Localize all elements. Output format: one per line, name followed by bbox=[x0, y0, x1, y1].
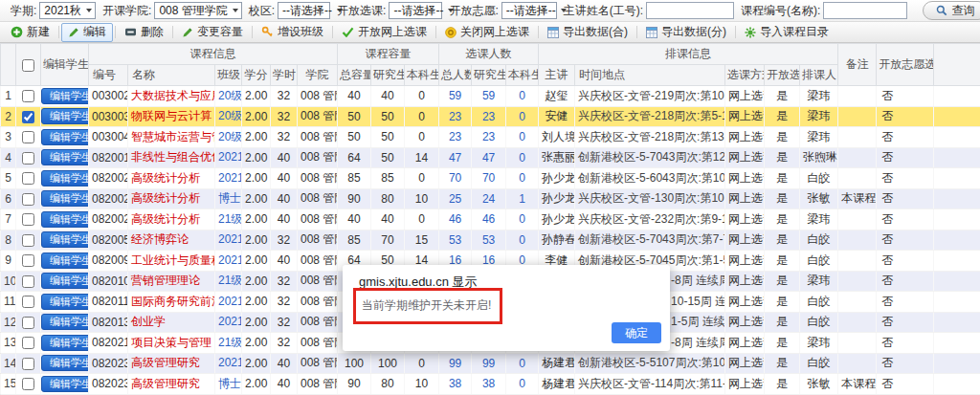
row-checkbox[interactable] bbox=[22, 358, 34, 370]
row-checkbox[interactable] bbox=[22, 193, 34, 206]
cell-open: 是 bbox=[765, 188, 800, 209]
import-catalog-button[interactable]: 导入课程目录 bbox=[738, 23, 835, 42]
cell-capacity-undergrad: 14 bbox=[405, 147, 439, 168]
row-checkbox[interactable] bbox=[22, 254, 34, 267]
course-input[interactable] bbox=[823, 2, 907, 19]
search-button[interactable]: 查询 bbox=[923, 1, 980, 20]
add-class-button[interactable]: 增设班级 bbox=[255, 23, 330, 42]
edit-button[interactable]: 编辑 bbox=[61, 23, 113, 42]
edit-students-button[interactable]: 编辑学生 bbox=[41, 231, 89, 248]
edit-students-button[interactable]: 编辑学生 bbox=[41, 211, 89, 228]
cell-remark bbox=[838, 292, 877, 313]
campus-select[interactable]: --请选择-- bbox=[278, 2, 330, 19]
export-data-combined-button[interactable]: 导出数据(合) bbox=[541, 23, 635, 42]
cell-enrolled-undergrad[interactable]: 0 bbox=[506, 147, 539, 168]
edit-students-button[interactable]: 编辑学生 bbox=[41, 355, 89, 371]
cell-credit: 2.00 bbox=[242, 374, 271, 395]
row-checkbox[interactable] bbox=[22, 152, 34, 165]
row-checkbox[interactable] bbox=[22, 213, 34, 226]
cell-enrolled-grad[interactable]: 24 bbox=[472, 188, 506, 209]
cell-enrolled-grad[interactable]: 23 bbox=[472, 127, 506, 148]
row-checkbox[interactable] bbox=[22, 317, 34, 329]
ok-button[interactable]: 确定 bbox=[612, 322, 661, 343]
row-checkbox[interactable] bbox=[22, 337, 34, 349]
cell-credit: 2.00 bbox=[242, 230, 271, 251]
cell-enrolled-undergrad[interactable]: 0 bbox=[506, 353, 539, 374]
cell-enrolled-undergrad[interactable]: 0 bbox=[506, 374, 539, 395]
edit-students-button[interactable]: 编辑学生 bbox=[41, 88, 89, 104]
select-all-checkbox[interactable] bbox=[22, 59, 34, 72]
cell-enrolled-grad[interactable]: 38 bbox=[472, 374, 506, 395]
edit-students-button[interactable]: 编辑学生 bbox=[41, 252, 89, 269]
cell-hours: 32 bbox=[271, 127, 298, 148]
cell-enrolled-total[interactable]: 25 bbox=[439, 188, 472, 209]
cell-enrolled-grad[interactable]: 70 bbox=[472, 168, 506, 189]
cell-enrolled-grad[interactable]: 46 bbox=[472, 209, 506, 230]
cell-course-name: 项目决策与管理 bbox=[128, 333, 215, 354]
row-checkbox[interactable] bbox=[22, 172, 34, 185]
change-capacity-button[interactable]: 变更容量 bbox=[175, 23, 250, 42]
cell-class: 2021级 bbox=[215, 230, 242, 251]
cell-enrolled-undergrad[interactable]: 0 bbox=[506, 127, 539, 148]
cell-spacer bbox=[934, 230, 980, 251]
cell-enrolled-grad[interactable]: 53 bbox=[472, 230, 506, 251]
row-checkbox[interactable] bbox=[22, 111, 34, 123]
row-checkbox[interactable] bbox=[22, 90, 34, 102]
open-course-value: --请选择-- bbox=[393, 3, 443, 19]
cell-capacity-total: 90 bbox=[338, 374, 371, 395]
row-checkbox[interactable] bbox=[22, 131, 34, 143]
edit-students-button[interactable]: 编辑学生 bbox=[41, 273, 89, 289]
cell-enrolled-undergrad[interactable]: 0 bbox=[506, 168, 539, 189]
cell-enrolled-total[interactable]: 53 bbox=[439, 230, 472, 251]
checkbox-cell bbox=[16, 209, 41, 230]
cell-spacer bbox=[934, 333, 980, 354]
toolbar-divider bbox=[332, 26, 333, 38]
cell-enrolled-total[interactable]: 46 bbox=[439, 209, 472, 230]
edit-students-button[interactable]: 编辑学生 bbox=[41, 376, 89, 392]
cell-enrolled-total[interactable]: 47 bbox=[439, 147, 472, 168]
row-checkbox[interactable] bbox=[22, 234, 34, 247]
cell-enrolled-total[interactable]: 23 bbox=[439, 106, 472, 127]
open-online-selection-button[interactable]: 开放网上选课 bbox=[335, 23, 434, 42]
cell-enrolled-undergrad[interactable]: 1 bbox=[506, 188, 539, 209]
edit-students-button[interactable]: 编辑学生 bbox=[41, 108, 89, 124]
cell-capacity-grad: 85 bbox=[371, 168, 405, 189]
row-checkbox[interactable] bbox=[22, 296, 34, 308]
delete-button[interactable]: 删除 bbox=[118, 23, 170, 42]
cell-enrolled-grad[interactable]: 47 bbox=[472, 147, 506, 168]
edit-students-button[interactable]: 编辑学生 bbox=[41, 129, 89, 145]
cell-enrolled-total[interactable]: 59 bbox=[439, 86, 472, 107]
edit-students-button[interactable]: 编辑学生 bbox=[41, 314, 89, 330]
table-header: 编辑学生 课程信息 课程容量 选课人数 排课信息 备注 开放志愿选课 编号 名称… bbox=[1, 44, 980, 86]
cell-enrolled-grad[interactable]: 59 bbox=[472, 86, 506, 107]
cell-enrolled-undergrad[interactable]: 0 bbox=[506, 86, 539, 107]
edit-students-button[interactable]: 编辑学生 bbox=[41, 149, 89, 165]
cell-enrolled-total[interactable]: 38 bbox=[439, 374, 472, 395]
cell-college: 008 管院 bbox=[298, 312, 338, 333]
cell-enrolled-total[interactable]: 23 bbox=[439, 127, 472, 148]
college-select[interactable]: 008 管理学院 bbox=[154, 2, 241, 19]
semester-select[interactable]: 2021秋 bbox=[39, 2, 96, 19]
row-checkbox[interactable] bbox=[22, 378, 34, 390]
cell-spacer bbox=[934, 86, 980, 107]
edit-students-button[interactable]: 编辑学生 bbox=[41, 294, 89, 310]
edit-students-button[interactable]: 编辑学生 bbox=[41, 335, 89, 351]
row-checkbox[interactable] bbox=[22, 275, 34, 288]
close-online-selection-button[interactable]: 关闭网上选课 bbox=[438, 23, 536, 42]
cell-enrolled-undergrad[interactable]: 0 bbox=[506, 209, 539, 230]
cell-enrolled-grad[interactable]: 99 bbox=[472, 353, 506, 374]
cell-enrolled-grad[interactable]: 23 bbox=[472, 106, 506, 127]
cell-enrolled-total[interactable]: 70 bbox=[439, 168, 472, 189]
cell-enrolled-total[interactable]: 99 bbox=[439, 353, 472, 374]
teacher-input[interactable] bbox=[646, 2, 734, 19]
edit-students-button[interactable]: 编辑学生 bbox=[41, 190, 89, 207]
edit-students-button[interactable]: 编辑学生 bbox=[41, 170, 89, 187]
volunteer-select[interactable]: --请选择-- bbox=[501, 2, 557, 19]
cell-method: 网上选课 bbox=[725, 353, 765, 374]
campus-label: 校区: bbox=[249, 3, 275, 19]
open-course-select[interactable]: --请选择-- bbox=[389, 2, 442, 19]
cell-enrolled-undergrad[interactable]: 0 bbox=[506, 230, 539, 251]
cell-enrolled-undergrad[interactable]: 0 bbox=[506, 106, 539, 127]
new-button[interactable]: 新建 bbox=[4, 23, 56, 42]
export-data-split-button[interactable]: 导出数据(分) bbox=[639, 23, 733, 42]
